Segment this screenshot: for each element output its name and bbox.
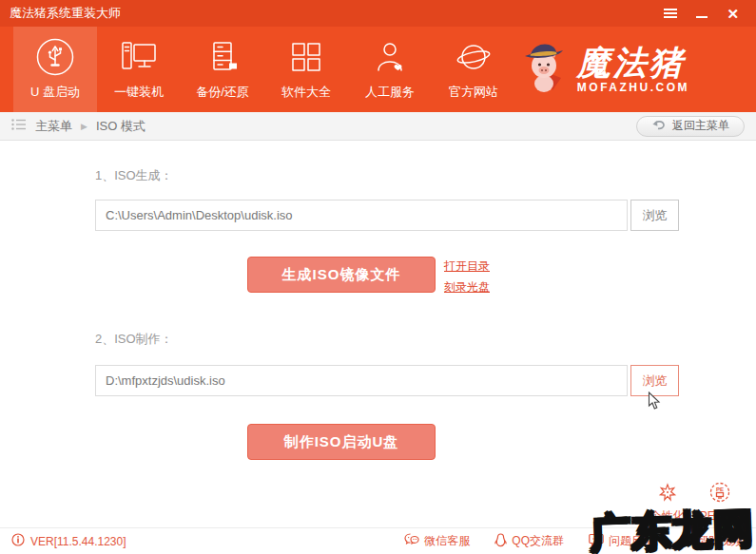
- iso-make-label: 2、ISO制作：: [95, 331, 173, 348]
- nav-tab-label: U 盘启动: [30, 84, 80, 101]
- main-content: 1、ISO生成： 浏览 生成ISO镜像文件 打开目录 刻录光盘 2、ISO制作：…: [0, 142, 756, 527]
- corner-tools: 个性化 PE PE 版本: [650, 482, 741, 525]
- computer-icon: [120, 38, 158, 76]
- pe-badge-icon: PE: [709, 482, 730, 506]
- version-info: VER[11.5.44.1230]: [11, 533, 126, 549]
- brand-name: 魔法猪: [577, 46, 686, 79]
- iso-generate-path-input[interactable]: [95, 200, 628, 231]
- make-usb-button[interactable]: 制作ISO启动U盘: [247, 424, 436, 460]
- nav-bar: U 盘启动 一键装机: [0, 27, 756, 112]
- footer-link-label: QQ交流群: [512, 533, 564, 549]
- close-button[interactable]: ✕: [727, 7, 739, 21]
- brand-logo-text: 魔法猪 MOFAZHU.COM: [577, 46, 689, 93]
- title-bar: 魔法猪系统重装大师 ✕: [0, 0, 756, 27]
- nav-tab-label: 软件大全: [281, 84, 331, 101]
- nav-tab-label: 一键装机: [114, 84, 164, 101]
- window-title: 魔法猪系统重装大师: [10, 5, 121, 22]
- breadcrumb-iso-mode: ISO 模式: [96, 118, 145, 135]
- corner-tool-label: PE 版本: [700, 508, 741, 525]
- corner-tool-label: 个性化: [650, 508, 685, 525]
- nav-tab-label: 备份/还原: [196, 84, 249, 101]
- open-directory-link[interactable]: 打开目录: [444, 258, 490, 275]
- pig-mascot-icon: [516, 38, 572, 101]
- footer-link-label: 帮助视频: [697, 533, 743, 549]
- footer-link-label: 问题反馈: [609, 533, 654, 549]
- footer-links: 微信客服 QQ交流群: [404, 533, 745, 550]
- brand-domain: MOFAZHU.COM: [577, 82, 689, 93]
- iso-generate-label: 1、ISO生成：: [95, 167, 173, 184]
- feedback-link[interactable]: 问题反馈: [589, 533, 654, 550]
- personalize-tool[interactable]: 个性化: [650, 482, 685, 525]
- browse-button-1[interactable]: 浏览: [630, 200, 679, 231]
- minimize-button[interactable]: [696, 9, 708, 18]
- globe-icon: [455, 38, 493, 76]
- list-icon: [11, 118, 27, 135]
- usb-icon: [36, 38, 74, 76]
- footer-link-label: 微信客服: [424, 533, 470, 549]
- back-button-label: 返回主菜单: [672, 118, 729, 134]
- svg-text:?: ?: [684, 536, 688, 544]
- iso-make-path-input[interactable]: [95, 365, 628, 396]
- nav-tab-service[interactable]: 人工服务: [348, 27, 432, 112]
- wechat-support-link[interactable]: 微信客服: [404, 533, 470, 550]
- breadcrumb-arrow-icon: ▶: [81, 122, 87, 131]
- nav-tab-software[interactable]: 软件大全: [264, 27, 348, 112]
- version-text: VER[11.5.44.1230]: [30, 535, 126, 548]
- breadcrumb: 主菜单 ▶ ISO 模式 返回主菜单: [0, 112, 756, 141]
- app-window: 魔法猪系统重装大师 ✕ U 盘启动: [0, 0, 756, 554]
- magic-star-icon: [657, 482, 678, 506]
- help-question-icon: ?: [679, 533, 692, 549]
- software-grid-icon: [290, 38, 322, 76]
- window-controls: ✕: [664, 7, 746, 21]
- backup-icon: [205, 38, 240, 76]
- help-video-link[interactable]: ? 帮助视频: [679, 533, 743, 550]
- footer-bar: VER[11.5.44.1230] 微信客服: [0, 527, 756, 554]
- qq-group-link[interactable]: QQ交流群: [494, 533, 564, 550]
- qq-icon: [494, 533, 507, 550]
- brand-logo[interactable]: 魔法猪 MOFAZHU.COM: [516, 30, 689, 108]
- info-icon: [11, 533, 25, 549]
- person-heart-icon: [372, 38, 408, 76]
- feedback-bubble-icon: [589, 533, 604, 549]
- back-arrow-icon: [651, 119, 666, 134]
- nav-tab-usb-boot[interactable]: U 盘启动: [13, 27, 97, 112]
- generate-iso-button[interactable]: 生成ISO镜像文件: [247, 257, 436, 293]
- browse-button-2[interactable]: 浏览: [630, 365, 679, 396]
- menu-icon[interactable]: [664, 7, 677, 20]
- nav-tab-label: 人工服务: [365, 84, 415, 101]
- nav-tab-one-key-install[interactable]: 一键装机: [97, 27, 181, 112]
- burn-disc-link[interactable]: 刻录光盘: [444, 279, 490, 296]
- wechat-icon: [404, 533, 419, 549]
- pe-version-tool[interactable]: PE PE 版本: [700, 482, 741, 525]
- nav-tab-website[interactable]: 官方网站: [432, 27, 515, 112]
- svg-text:PE: PE: [716, 487, 724, 492]
- nav-tab-backup-restore[interactable]: 备份/还原: [181, 27, 264, 112]
- nav-tab-label: 官方网站: [449, 84, 498, 101]
- breadcrumb-main-menu[interactable]: 主菜单: [35, 118, 72, 135]
- back-to-main-menu-button[interactable]: 返回主菜单: [636, 116, 745, 137]
